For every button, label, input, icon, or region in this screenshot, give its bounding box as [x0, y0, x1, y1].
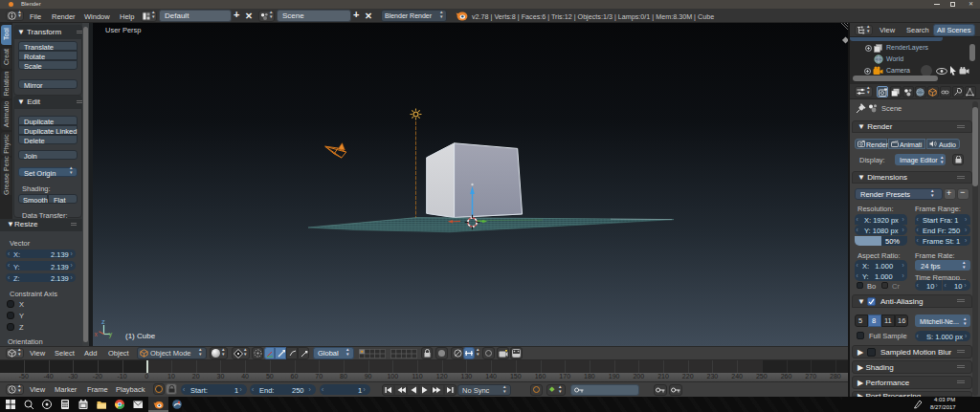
- svg-text:x: x: [95, 331, 99, 337]
- svg-text:y: y: [109, 330, 113, 338]
- svg-text:z: z: [101, 317, 105, 326]
